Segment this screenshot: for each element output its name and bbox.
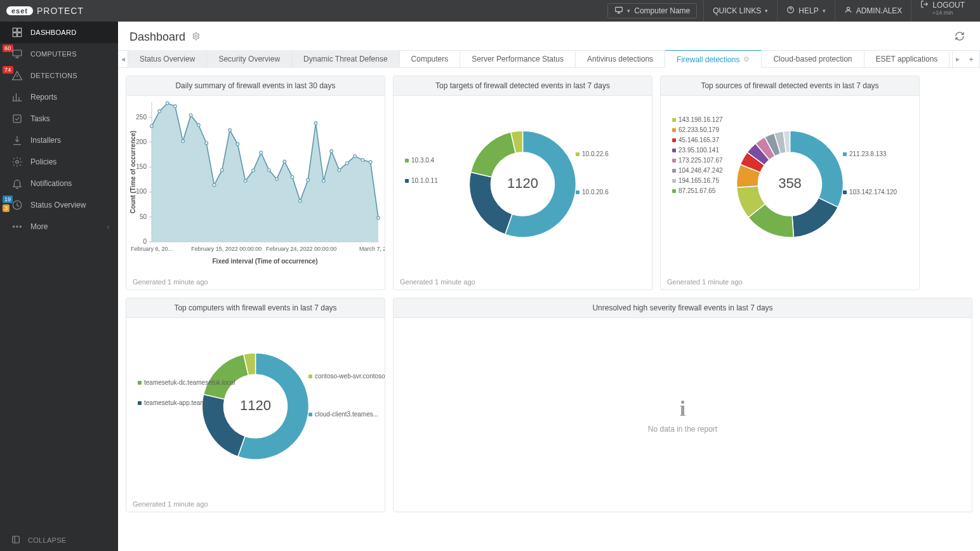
donut-chart-sources[interactable]: 358 143.198.16.127 62.233.50.179 45.146.… bbox=[661, 96, 919, 274]
sidebar-item-label: Notifications bbox=[30, 179, 72, 188]
chevron-down-icon: ▾ bbox=[823, 8, 826, 14]
sidebar-item-more[interactable]: More› bbox=[0, 216, 118, 237]
svg-rect-104 bbox=[843, 190, 847, 194]
info-icon: i bbox=[680, 397, 685, 421]
area-chart[interactable]: 050100150200250 February 6, 20...Februar… bbox=[126, 96, 385, 274]
panels-area[interactable]: Daily summary of firewall events in last… bbox=[118, 68, 980, 551]
svg-text:teamesetuk-dc.teamesetuk.local: teamesetuk-dc.teamesetuk.local bbox=[144, 379, 235, 386]
panel-top-targets: Top targets of firewall detected events … bbox=[393, 76, 652, 290]
tabs-scroll-right[interactable]: ▸ bbox=[952, 51, 962, 67]
user-icon bbox=[844, 6, 852, 16]
no-data-text: No data in the report bbox=[648, 425, 717, 434]
sidebar-item-policies[interactable]: Policies bbox=[0, 151, 118, 173]
refresh-button[interactable] bbox=[955, 31, 965, 44]
svg-point-31 bbox=[158, 110, 161, 113]
sidebar-item-computers[interactable]: 60COMPUTERS bbox=[0, 43, 118, 65]
svg-line-101 bbox=[718, 192, 740, 246]
svg-point-59 bbox=[377, 216, 380, 220]
detections-icon bbox=[11, 70, 23, 81]
panel-title: Top computers with firewall events in la… bbox=[126, 298, 385, 318]
sidebar-item-detections[interactable]: 74DETECTIONS bbox=[0, 65, 118, 86]
svg-text:100: 100 bbox=[136, 188, 147, 195]
tab-label: Dynamic Threat Defense bbox=[303, 55, 388, 63]
panel-footer: Generated 1 minute ago bbox=[126, 496, 385, 512]
tab-server-performance-status[interactable]: Server Performance Status bbox=[460, 50, 576, 68]
sidebar-item-label: DASHBOARD bbox=[30, 29, 76, 36]
tab-computers[interactable]: Computers bbox=[400, 50, 461, 68]
sidebar-collapse[interactable]: COLLAPSE bbox=[0, 529, 118, 551]
tab-cloud-based-protection[interactable]: Cloud-based protection bbox=[762, 50, 864, 68]
top-bar: eset PROTECT ▾ Computer Name QUICK LINKS… bbox=[0, 0, 980, 22]
user-label: ADMIN.ALEX bbox=[856, 6, 903, 15]
svg-point-35 bbox=[189, 114, 192, 117]
panel-top-computers: Top computers with firewall events in la… bbox=[126, 298, 385, 512]
gear-icon[interactable]: ⚙ bbox=[743, 55, 750, 63]
panel-title: Unresolved high severity firewall events… bbox=[394, 298, 972, 318]
svg-text:contoso-web-svr.contoso.demo: contoso-web-svr.contoso.demo bbox=[315, 373, 385, 380]
computer-name-selector[interactable]: ▾ Computer Name bbox=[607, 3, 697, 18]
svg-text:February 24, 2022 00:00:00: February 24, 2022 00:00:00 bbox=[266, 246, 336, 252]
tab-security-overview[interactable]: Security Overview bbox=[207, 50, 292, 68]
tab-label: Status Overview bbox=[140, 55, 195, 63]
quick-links-menu[interactable]: QUICK LINKS ▾ bbox=[703, 0, 777, 22]
sidebar-item-tasks[interactable]: Tasks bbox=[0, 108, 118, 129]
svg-point-56 bbox=[354, 155, 357, 158]
dashboard-settings-button[interactable] bbox=[192, 32, 201, 43]
tab-label: Antivirus detections bbox=[587, 55, 653, 63]
svg-point-34 bbox=[182, 140, 185, 143]
sidebar-item-label: Installers bbox=[30, 136, 61, 145]
svg-rect-96 bbox=[672, 179, 676, 183]
svg-line-69 bbox=[438, 157, 473, 161]
svg-point-49 bbox=[299, 199, 302, 202]
tab-add-button[interactable]: ＋ bbox=[962, 50, 980, 68]
svg-point-40 bbox=[228, 129, 232, 132]
svg-point-36 bbox=[197, 124, 201, 127]
tab-dynamic-threat-defense[interactable]: Dynamic Threat Defense bbox=[292, 50, 400, 68]
tab-antivirus-detections[interactable]: Antivirus detections bbox=[576, 50, 665, 68]
tab-eset-applications[interactable]: ESET applications bbox=[864, 50, 950, 68]
tab-firewall-detections[interactable]: Firewall detections⚙ bbox=[665, 50, 762, 68]
logout-timer: ≈14 min bbox=[932, 10, 953, 16]
installers-icon bbox=[11, 135, 23, 146]
svg-text:62.233.50.179: 62.233.50.179 bbox=[679, 126, 719, 133]
svg-text:10.3.0.4: 10.3.0.4 bbox=[411, 157, 435, 164]
svg-point-33 bbox=[174, 105, 177, 108]
reports-icon bbox=[11, 91, 23, 103]
svg-rect-107 bbox=[138, 381, 142, 385]
svg-rect-99 bbox=[672, 189, 676, 193]
tabs-scroll-left[interactable]: ◂ bbox=[118, 51, 128, 67]
sidebar-item-reports[interactable]: Reports bbox=[0, 86, 118, 108]
svg-text:Count (Time of occurrence): Count (Time of occurrence) bbox=[129, 131, 136, 213]
svg-point-38 bbox=[213, 183, 216, 187]
sidebar-item-notifications[interactable]: Notifications bbox=[0, 173, 118, 194]
monitor-icon bbox=[614, 6, 623, 17]
collapse-icon bbox=[11, 535, 20, 545]
sidebar-item-dashboard[interactable]: DASHBOARD bbox=[0, 22, 118, 43]
panel-unresolved: Unresolved high severity firewall events… bbox=[393, 298, 972, 512]
sidebar-item-installers[interactable]: Installers bbox=[0, 129, 118, 151]
sidebar-item-label: Policies bbox=[30, 157, 56, 166]
tab-status-overview[interactable]: Status Overview bbox=[128, 50, 207, 68]
help-menu[interactable]: HELP ▾ bbox=[777, 0, 834, 22]
sidebar-item-label: Reports bbox=[30, 93, 57, 102]
svg-text:Fixed interval (Time of occurr: Fixed interval (Time of occurrence) bbox=[213, 258, 318, 265]
donut-chart-computers[interactable]: 1120 teamesetuk-dc.teamesetuk.local team… bbox=[126, 318, 385, 496]
svg-rect-7 bbox=[13, 50, 22, 56]
user-menu[interactable]: ADMIN.ALEX bbox=[835, 0, 911, 22]
svg-text:10.0.22.6: 10.0.22.6 bbox=[582, 150, 609, 157]
svg-point-46 bbox=[275, 178, 279, 181]
svg-text:87.251.67.65: 87.251.67.65 bbox=[679, 187, 716, 194]
collapse-label: COLLAPSE bbox=[28, 536, 66, 544]
donut-chart-targets[interactable]: 1120 10.3.0.4 10.1.0.11 10.0.22.6 10.0.2… bbox=[394, 96, 652, 274]
svg-rect-70 bbox=[405, 179, 409, 183]
svg-point-51 bbox=[314, 122, 317, 125]
svg-point-42 bbox=[244, 180, 247, 183]
sidebar: DASHBOARD60COMPUTERS74DETECTIONSReportsT… bbox=[0, 22, 118, 551]
sidebar-item-status[interactable]: 193Status Overview bbox=[0, 194, 118, 216]
svg-point-50 bbox=[307, 178, 310, 182]
panel-footer: Generated 1 minute ago bbox=[394, 274, 652, 289]
svg-rect-8 bbox=[13, 115, 21, 123]
logout-button[interactable]: LOGOUT ≈14 min bbox=[911, 0, 974, 22]
no-data-placeholder: i No data in the report bbox=[394, 318, 972, 512]
svg-text:1120: 1120 bbox=[507, 175, 538, 191]
